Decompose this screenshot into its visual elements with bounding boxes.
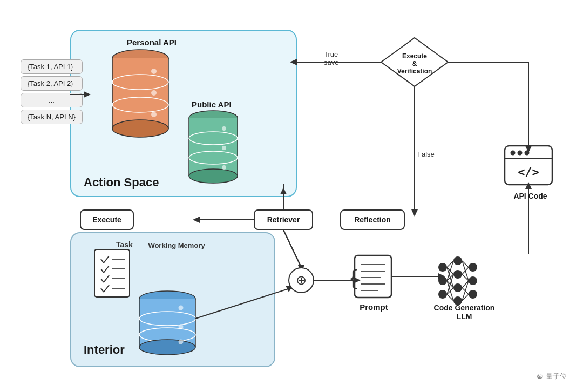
svg-point-55 (438, 290, 447, 299)
interior-label: Interior (84, 343, 125, 357)
svg-line-77 (462, 288, 469, 294)
svg-line-73 (462, 261, 469, 267)
svg-line-71 (447, 288, 453, 294)
plus-circle: ⊕ (288, 267, 314, 293)
svg-point-54 (438, 276, 447, 285)
svg-line-64 (447, 267, 453, 274)
svg-line-80 (462, 281, 469, 301)
llm-label: Code Generation LLM (426, 303, 502, 321)
svg-line-76 (462, 281, 469, 288)
svg-line-68 (447, 281, 453, 288)
execute-node: Execute (80, 209, 134, 230)
task-card-n: {Task N, API N} (21, 110, 83, 124)
svg-line-65 (447, 267, 453, 288)
svg-point-58 (453, 283, 462, 292)
svg-line-110 (283, 230, 301, 267)
svg-line-63 (447, 261, 453, 267)
svg-text:save: save (324, 58, 338, 66)
working-memory-label: Working Memory (147, 241, 206, 249)
action-space-box (70, 30, 297, 197)
watermark-icon: ☯ (537, 373, 543, 381)
public-api-label: Public API (192, 100, 232, 109)
svg-line-112 (283, 230, 301, 267)
watermark: ☯ 量子位 (537, 371, 567, 381)
svg-rect-47 (505, 146, 552, 185)
reflection-node: Reflection (340, 209, 405, 230)
svg-line-66 (447, 261, 453, 281)
svg-marker-105 (525, 182, 532, 189)
svg-point-60 (469, 263, 477, 272)
task-card-1: {Task 1, API 1} (21, 59, 83, 74)
action-space-label: Action Space (84, 175, 159, 190)
svg-point-48 (511, 151, 516, 156)
svg-text:{: { (350, 266, 357, 289)
svg-text:&: & (412, 60, 417, 67)
svg-point-62 (469, 290, 477, 299)
svg-point-57 (453, 270, 462, 279)
svg-line-75 (462, 274, 469, 281)
svg-marker-103 (525, 146, 532, 153)
svg-line-67 (447, 274, 453, 281)
svg-text:</>: </> (518, 165, 539, 179)
task-cards: {Task 1, API 1} {Task 2, API 2} ... {Tas… (21, 59, 83, 126)
svg-text:Verification: Verification (397, 67, 432, 75)
task-card-dots: ... (21, 93, 83, 107)
svg-text:False: False (417, 150, 435, 158)
svg-line-74 (462, 267, 469, 274)
svg-point-61 (469, 276, 477, 285)
svg-marker-99 (411, 209, 418, 217)
svg-line-70 (447, 274, 453, 294)
svg-text:True: True (324, 50, 338, 58)
api-code-label: API Code (502, 192, 559, 200)
task-label: Task (116, 240, 133, 249)
svg-line-79 (462, 261, 469, 281)
svg-marker-107 (438, 273, 445, 280)
diagram-container: Action Space Interior {Task 1, API 1} {T… (0, 0, 583, 392)
svg-point-53 (438, 263, 447, 272)
svg-rect-81 (355, 255, 391, 298)
svg-marker-93 (193, 217, 200, 223)
svg-line-72 (447, 294, 453, 301)
svg-point-50 (525, 151, 530, 156)
retriever-node: Retriever (254, 209, 313, 230)
svg-point-49 (518, 151, 523, 156)
svg-marker-109 (354, 277, 361, 283)
svg-line-78 (462, 294, 469, 301)
svg-line-69 (447, 281, 453, 301)
svg-marker-43 (381, 38, 448, 86)
personal-api-label: Personal API (127, 38, 177, 47)
task-card-2: {Task 2, API 2} (21, 76, 83, 91)
svg-point-56 (453, 256, 462, 265)
svg-text:Execute: Execute (402, 52, 427, 60)
prompt-label: Prompt (356, 302, 391, 312)
